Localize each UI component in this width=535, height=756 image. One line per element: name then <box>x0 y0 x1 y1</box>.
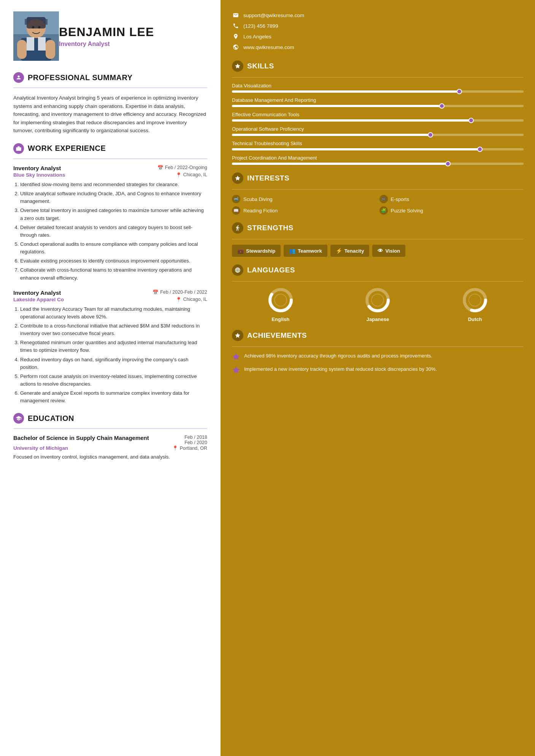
skill-4-bar-bg <box>232 134 524 136</box>
strength-3-name: Tenacity <box>344 248 364 254</box>
edu-header-1: Bachelor of Science in Supply Chain Mana… <box>13 435 207 445</box>
list-item: Reduced inventory days on hand, signific… <box>20 356 207 371</box>
language-2: Japanese <box>364 287 391 322</box>
edu-icon <box>13 413 24 424</box>
right-panel: support@qwikresume.com (123) 456 7899 Lo… <box>221 0 535 756</box>
job-1-company: Blue Sky Innovations <box>13 172 65 178</box>
esports-icon: 🎮 <box>379 195 388 203</box>
skill-3-bar-fill <box>232 119 471 122</box>
edu-school-1: University of Michigan <box>13 445 68 451</box>
work-divider <box>13 158 207 159</box>
skill-5-name: Technical Troubleshooting Skills <box>232 141 524 146</box>
tenacity-icon: ⚡ <box>336 248 342 254</box>
scuba-icon: 🤿 <box>232 195 240 203</box>
work-title: WORK EXPERIENCE <box>28 144 106 153</box>
phone-text: (123) 456 7899 <box>243 23 278 29</box>
svg-point-17 <box>275 294 287 306</box>
skill-2-dot <box>439 103 445 109</box>
vision-icon: 👁 <box>378 248 383 254</box>
strength-1: 💼 Stewardship <box>232 245 281 257</box>
job-2: Inventory Analyst 📅 Feb / 2020-Feb / 202… <box>13 289 207 405</box>
summary-icon <box>13 72 24 83</box>
job-1: Inventory Analyst 📅 Feb / 2022-Ongoing B… <box>13 165 207 282</box>
job-1-date: 📅 Feb / 2022-Ongoing <box>157 165 207 171</box>
achievements-divider <box>232 346 524 347</box>
job-2-meta: Lakeside Apparel Co 📍 Chicago, IL <box>13 297 207 302</box>
summary-divider <box>13 87 207 88</box>
strength-4-name: Vision <box>385 248 400 254</box>
svg-point-20 <box>371 294 384 306</box>
summary-title: PROFESSIONAL SUMMARY <box>28 73 133 82</box>
interest-3: 📖 Reading Fiction <box>232 206 376 215</box>
reading-icon: 📖 <box>232 206 240 215</box>
languages-title: LANGUAGES <box>247 266 295 274</box>
name-block: BENJAMIN LEE Inventory Analyst <box>59 25 154 47</box>
interest-2: 🎮 E-sports <box>379 195 524 203</box>
location-text: Los Angeles <box>243 34 271 40</box>
resume-container: BENJAMIN LEE Inventory Analyst PROFESSIO… <box>0 0 535 756</box>
list-item: Lead the Inventory Accuracy Team for all… <box>20 305 207 321</box>
svg-rect-7 <box>46 40 55 59</box>
strength-1-name: Stewardship <box>246 248 275 254</box>
languages-icon <box>232 264 243 276</box>
job-2-bullets: Lead the Inventory Accuracy Team for all… <box>13 305 207 405</box>
skill-5: Technical Troubleshooting Skills <box>232 141 524 150</box>
svg-rect-11 <box>25 19 27 25</box>
svg-point-23 <box>469 294 481 306</box>
contact-info: support@qwikresume.com (123) 456 7899 Lo… <box>232 11 524 51</box>
skill-5-bar-bg <box>232 148 524 150</box>
teamwork-icon: 👥 <box>289 248 295 254</box>
interest-3-name: Reading Fiction <box>243 208 278 214</box>
stewardship-icon: 💼 <box>237 248 244 254</box>
edu-location-1: 📍 Portland, OR <box>172 445 207 451</box>
language-2-name: Japanese <box>367 316 389 322</box>
skill-5-bar-fill <box>232 148 480 150</box>
strength-3: ⚡ Tenacity <box>330 245 370 257</box>
languages-row: English Japanese <box>232 287 524 322</box>
strength-4: 👁 Vision <box>372 245 405 257</box>
skill-2-bar-fill <box>232 105 442 107</box>
skill-3: Effective Communication Tools <box>232 112 524 122</box>
achievement-1-text: Achieved 98% inventory accuracy through … <box>244 352 432 361</box>
pin-icon-edu: 📍 <box>172 446 178 451</box>
skills-icon <box>232 60 243 72</box>
skills-divider <box>232 77 524 77</box>
strengths-grid: 💼 Stewardship 👥 Teamwork ⚡ Tenacity 👁 Vi… <box>232 245 524 257</box>
work-section-header: WORK EXPERIENCE <box>13 143 207 154</box>
contact-phone: (123) 456 7899 <box>232 22 524 30</box>
puzzle-icon: 🧩 <box>379 206 388 215</box>
work-icon <box>13 143 24 154</box>
interests-title: INTERESTS <box>247 174 289 182</box>
edu-dates-1: Feb / 2018 Feb / 2020 <box>184 435 207 445</box>
skill-3-dot <box>468 118 474 123</box>
list-item: Deliver detailed forecast analysis to ve… <box>20 224 207 239</box>
list-item: Contribute to a cross-functional initiat… <box>20 322 207 337</box>
interests-section-header: INTERESTS <box>232 172 524 184</box>
skill-6: Project Coordination And Management <box>232 155 524 165</box>
language-3-name: Dutch <box>468 316 482 322</box>
svg-rect-14 <box>16 147 21 151</box>
job-2-location: 📍 Chicago, IL <box>176 297 207 302</box>
list-item: Perform root cause analysis on inventory… <box>20 373 207 388</box>
edu-item-1: Bachelor of Science in Supply Chain Mana… <box>13 435 207 461</box>
phone-icon <box>232 22 240 30</box>
languages-divider <box>232 281 524 282</box>
svg-rect-6 <box>17 40 27 59</box>
achievements-title: ACHIEVEMENTS <box>247 331 307 340</box>
job-2-date: 📅 Feb / 2020-Feb / 2022 <box>152 289 207 295</box>
interests-icon <box>232 172 243 184</box>
header: BENJAMIN LEE Inventory Analyst <box>13 11 207 61</box>
contact-website: www.qwikresume.com <box>232 43 524 51</box>
edu-divider <box>13 428 207 429</box>
skill-4-name: Operational Software Proficiency <box>232 126 524 132</box>
svg-point-13 <box>17 76 19 77</box>
achievements-section-header: ACHIEVEMENTS <box>232 330 524 341</box>
job-1-header: Inventory Analyst 📅 Feb / 2022-Ongoing <box>13 165 207 171</box>
strengths-title: STRENGTHS <box>247 224 294 232</box>
interest-2-name: E-sports <box>391 196 409 202</box>
edu-degree-1: Bachelor of Science in Supply Chain Mana… <box>13 435 184 441</box>
interest-1: 🤿 Scuba Diving <box>232 195 376 203</box>
list-item: Generate and analyze Excel reports to su… <box>20 389 207 405</box>
interests-grid: 🤿 Scuba Diving 🎮 E-sports 📖 Reading Fict… <box>232 195 524 215</box>
skill-1: Data Visualization <box>232 83 524 93</box>
